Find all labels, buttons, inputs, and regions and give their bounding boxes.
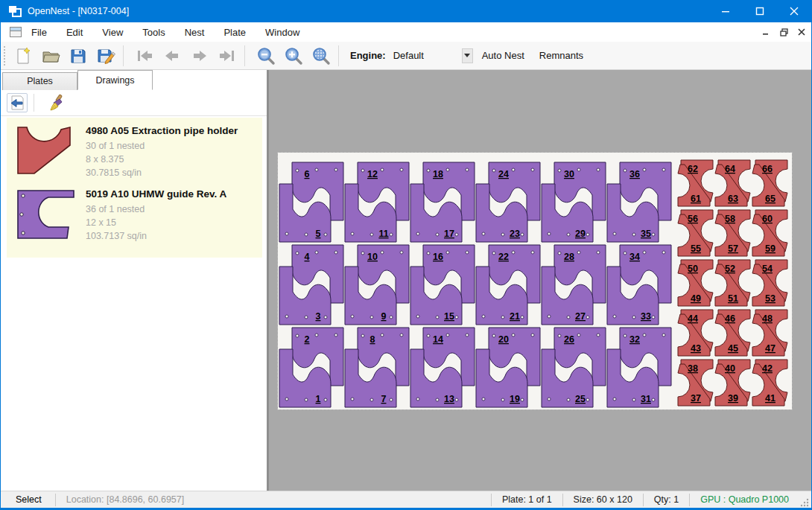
- nest-pair-58-57[interactable]: 5857: [715, 210, 750, 256]
- mdi-minimize-button[interactable]: [758, 25, 774, 39]
- nest-pair-4-3[interactable]: 43: [279, 245, 343, 325]
- zoom-out-icon: [256, 46, 276, 66]
- zoom-out-button[interactable]: [254, 45, 278, 67]
- menu-tools[interactable]: Tools: [133, 24, 174, 41]
- tab-plates[interactable]: Plates: [2, 72, 77, 90]
- part-hole: [390, 233, 393, 236]
- nest-pair-8-7[interactable]: 87: [345, 328, 409, 407]
- nav-forward-button[interactable]: [188, 45, 212, 67]
- engine-combobox[interactable]: Default: [393, 50, 462, 61]
- new-file-button[interactable]: [11, 45, 35, 67]
- part-hole: [643, 168, 646, 171]
- part-hole: [446, 251, 449, 254]
- part-number: 2: [305, 334, 310, 345]
- open-file-button[interactable]: [39, 45, 63, 67]
- nest-pair-54-53[interactable]: 5453: [752, 260, 787, 306]
- mdi-close-button[interactable]: [793, 25, 810, 39]
- nest-pair-6-5[interactable]: 65: [279, 162, 343, 242]
- nest-pair-12-11[interactable]: 1211: [345, 162, 409, 242]
- remnants-button[interactable]: Remnants: [533, 46, 589, 65]
- part-number: 9: [381, 311, 387, 322]
- nest-pair-32-31[interactable]: 3231: [607, 328, 671, 407]
- nav-back-button[interactable]: [160, 45, 184, 67]
- nest-pair-42-41[interactable]: 4241: [752, 360, 787, 406]
- part-hole: [427, 252, 430, 255]
- part-hole: [662, 334, 665, 337]
- zoom-in-icon: [284, 46, 303, 66]
- part-hole: [531, 251, 534, 254]
- nest-pair-64-63[interactable]: 6463: [715, 160, 750, 206]
- menu-file[interactable]: File: [22, 24, 57, 41]
- nest-pair-14-13[interactable]: 1413: [410, 328, 475, 407]
- nest-pair-26-25[interactable]: 2625: [542, 328, 606, 407]
- engine-dropdown-button[interactable]: [462, 48, 473, 63]
- minimize-button[interactable]: [708, 0, 743, 22]
- menu-plate[interactable]: Plate: [214, 24, 256, 41]
- nest-pair-36-35[interactable]: 3635: [607, 162, 671, 242]
- save-button[interactable]: [66, 45, 90, 67]
- nest-pair-10-9[interactable]: 109: [345, 245, 409, 325]
- nest-pair-48-47[interactable]: 4847: [752, 310, 787, 356]
- nest-pair-18-17[interactable]: 1817: [410, 162, 475, 242]
- maximize-button[interactable]: [743, 0, 777, 22]
- part-hole: [400, 251, 403, 254]
- auto-nest-button[interactable]: Auto Nest: [476, 46, 530, 65]
- nest-pair-16-15[interactable]: 1615: [410, 245, 475, 325]
- toolbar-grip[interactable]: [4, 46, 7, 66]
- drawing-item[interactable]: 4980 A05 Extraction pipe holder 30 of 1 …: [11, 124, 258, 179]
- nest-pair-50-49[interactable]: 5049: [678, 260, 713, 306]
- nest-pair-52-51[interactable]: 5251: [715, 260, 750, 306]
- nav-last-button[interactable]: [215, 45, 239, 67]
- clean-drawings-button[interactable]: [46, 93, 67, 112]
- nest-pair-38-37[interactable]: 3837: [678, 360, 713, 406]
- resize-grip[interactable]: [799, 497, 810, 508]
- menu-window[interactable]: Window: [256, 24, 309, 41]
- close-button[interactable]: [777, 0, 811, 22]
- part-hole: [577, 168, 580, 171]
- nest-pair-30-29[interactable]: 3029: [542, 162, 606, 242]
- nav-back-icon: [162, 47, 183, 65]
- nest-pair-22-21[interactable]: 2221: [476, 245, 540, 325]
- nest-pair-62-61[interactable]: 6261: [678, 160, 713, 206]
- return-to-drawings-button[interactable]: [7, 93, 28, 112]
- part-hole: [624, 252, 627, 255]
- part-hole: [427, 334, 430, 337]
- part-hole: [466, 334, 469, 337]
- zoom-in-button[interactable]: [282, 45, 305, 67]
- nest-pair-66-65[interactable]: 6665: [752, 160, 787, 206]
- menu-nest[interactable]: Nest: [175, 24, 215, 41]
- title-bar: OpenNest - [N0317-004]: [1, 0, 811, 22]
- part-hole: [501, 316, 504, 319]
- zoom-fit-button[interactable]: [309, 45, 333, 67]
- panel-separator: [34, 94, 34, 112]
- nest-pair-44-43[interactable]: 4443: [678, 310, 713, 356]
- menu-view[interactable]: View: [92, 24, 133, 41]
- tab-drawings[interactable]: Drawings: [77, 70, 153, 90]
- part-number: 52: [725, 264, 735, 274]
- nav-first-button[interactable]: [133, 45, 156, 67]
- mdi-restore-button[interactable]: [775, 25, 792, 39]
- nest-pair-56-55[interactable]: 5655: [678, 210, 713, 256]
- menu-edit[interactable]: Edit: [57, 24, 92, 41]
- nest-pair-34-33[interactable]: 3433: [607, 245, 671, 325]
- part-hole: [296, 169, 299, 172]
- plate-sheet[interactable]: 6512111817242330293635431091615222128273…: [278, 153, 792, 409]
- nest-canvas[interactable]: 6512111817242330293635431091615222128273…: [269, 70, 811, 491]
- nest-pair-40-39[interactable]: 4039: [715, 360, 750, 406]
- nest-pair-60-59[interactable]: 6059: [752, 210, 787, 256]
- drawing-item[interactable]: 5019 A10 UHMW guide Rev. A 36 of 1 neste…: [11, 187, 258, 243]
- mdi-document-icon[interactable]: [10, 27, 22, 37]
- nest-pair-20-19[interactable]: 2019: [476, 328, 540, 407]
- part-hole: [521, 233, 524, 236]
- drawing-title: 4980 A05 Extraction pipe holder: [86, 125, 258, 136]
- part-hole: [296, 334, 299, 337]
- part-number: 62: [688, 164, 698, 174]
- part-hole: [577, 334, 580, 337]
- part-hole: [662, 168, 665, 171]
- nest-pair-24-23[interactable]: 2423: [476, 162, 540, 242]
- save-as-button[interactable]: [94, 45, 118, 67]
- part-hole: [558, 169, 561, 172]
- nest-pair-2-1[interactable]: 21: [279, 328, 343, 407]
- nest-pair-28-27[interactable]: 2827: [542, 245, 606, 325]
- nest-pair-46-45[interactable]: 4645: [715, 310, 750, 356]
